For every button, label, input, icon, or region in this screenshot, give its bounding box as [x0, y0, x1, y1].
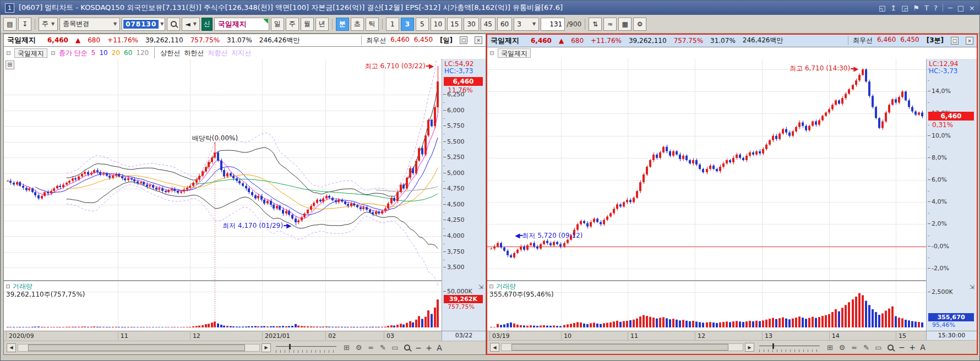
interval-10-button[interactable]: 10 — [431, 18, 445, 31]
interval-3-button[interactable]: 3 — [401, 18, 414, 31]
search-button[interactable] — [167, 18, 180, 31]
scroll-right-button[interactable]: ▶ — [262, 343, 271, 352]
text-tool-button[interactable]: A — [435, 343, 444, 352]
indicator-toggle-icon[interactable] — [51, 51, 55, 55]
period-month-button[interactable]: 월 — [301, 18, 314, 31]
drawing-tools-icon[interactable]: ✎ — [378, 343, 388, 353]
y-axis-tick: 4,250 — [447, 216, 465, 223]
settings-gear-icon[interactable]: ⚙ — [837, 342, 847, 352]
minimize-button[interactable]: ─ — [948, 4, 952, 12]
popout-icon[interactable]: ◱ — [879, 4, 885, 12]
mode-tick-button[interactable]: 틱 — [366, 18, 379, 31]
indicator-toggle-icon[interactable] — [490, 51, 494, 55]
pin-icon[interactable]: ⚑ — [913, 4, 919, 12]
series-chip[interactable]: 국일제지 — [498, 48, 531, 58]
volume-toggle-icon[interactable] — [6, 285, 10, 288]
candle-adjust-icon[interactable]: ⇅ — [589, 18, 602, 31]
interval-60-button[interactable]: 60 — [497, 18, 512, 31]
zoom-out-button[interactable]: − — [897, 343, 906, 352]
price-axis[interactable]: LC:54,92 HC:-3,73 ⇲ 6,2506,0005,7505,500… — [442, 59, 486, 331]
unit-select[interactable]: 주▼ — [39, 18, 58, 31]
expand-volume-icon[interactable]: ⇲ — [970, 283, 974, 291]
compare-box-icon[interactable]: ▭ — [873, 342, 884, 352]
zoom-out-button[interactable]: − — [414, 343, 423, 352]
line-adjust-icon[interactable]: ≈ — [603, 18, 617, 31]
zoom-slider[interactable] — [276, 343, 336, 353]
turnover: 31.07% — [710, 37, 736, 45]
percent-axis[interactable]: LC:12,94 HC:-3,73 ⇲ 16,0%14,0%12,0%10,0%… — [926, 59, 977, 331]
mode-second-button[interactable]: 초 — [351, 18, 364, 31]
pane-close-button[interactable]: × — [966, 37, 973, 45]
mode-minute-button[interactable]: 분 — [336, 18, 349, 31]
scroll-left-button[interactable]: ◀ — [490, 343, 499, 352]
interval-45-button[interactable]: 45 — [481, 18, 496, 31]
change-percent: +11.76% — [591, 37, 622, 45]
period-year-button[interactable]: 년 — [315, 18, 329, 31]
interval-5-button[interactable]: 5 — [416, 18, 429, 31]
time-axis[interactable]: 2020/0911122021/010203 03/22 — [4, 331, 486, 341]
chart-settings-icon[interactable]: ⚙ — [633, 18, 646, 31]
pane-maximize-button[interactable]: □ — [951, 37, 959, 45]
zoom-slider-thumb[interactable] — [772, 343, 774, 349]
bar-count-input[interactable]: 131 — [541, 18, 565, 31]
compare-box-icon[interactable]: ▭ — [390, 343, 400, 353]
x-axis-label: 14 — [829, 332, 840, 340]
zoom-tool-icon[interactable] — [402, 343, 412, 353]
stock-change-select[interactable]: 종목변경▼ — [59, 18, 120, 31]
axis-corner-time: 15:30:00 — [926, 331, 977, 340]
scroll-right-button[interactable]: ▶ — [745, 343, 754, 352]
panel-header[interactable]: 국일제지 6,460 ▲ 680 +11.76% 39,262,110 757.… — [4, 34, 486, 47]
text-size-icon[interactable]: T — [924, 4, 929, 12]
series-chip[interactable]: 국일제지 — [14, 48, 47, 58]
zoom-slider-thumb[interactable] — [289, 344, 291, 349]
interval-15-button[interactable]: 15 — [447, 18, 462, 31]
pane-maximize-button[interactable]: □ — [460, 36, 467, 44]
maximize-button[interactable]: □ — [957, 4, 964, 12]
indicator-settings-icon[interactable]: ≈ — [366, 343, 376, 353]
zoom-slider[interactable] — [759, 342, 820, 352]
scrollbar-thumb[interactable] — [28, 344, 245, 351]
stock-code-input[interactable]: 078130▼ — [122, 18, 165, 31]
scrollbar-track[interactable] — [18, 344, 260, 352]
zoom-in-button[interactable]: + — [908, 343, 917, 352]
lower-band-label: 하한선 — [184, 48, 204, 58]
help-icon[interactable]: ? — [934, 4, 938, 12]
y-axis-minor-tick — [928, 213, 929, 214]
data-grid-button[interactable]: ⊞ — [6, 61, 14, 69]
zoom-in-button[interactable]: + — [424, 343, 433, 352]
layout-grid-icon[interactable]: ⊞ — [825, 342, 835, 352]
stock-name-display[interactable]: 국일제지 — [214, 18, 269, 31]
save-chart-icon[interactable]: ▦ — [618, 18, 631, 31]
pin-top-icon[interactable]: ↥ — [890, 4, 896, 12]
duplicate-window-icon[interactable]: ◲ — [901, 4, 908, 12]
layout-icon[interactable]: ▤ — [3, 18, 17, 31]
scrollbar-track[interactable] — [501, 343, 743, 351]
scroll-left-button[interactable]: ◀ — [7, 343, 16, 352]
volume-toggle-icon[interactable] — [489, 285, 493, 288]
current-volume-percent: 757,75% — [448, 303, 475, 310]
interval-1-button[interactable]: 1 — [386, 18, 399, 31]
y-axis-minor-tick — [443, 134, 445, 134]
layout-grid-icon[interactable]: ⊞ — [341, 343, 352, 353]
period-day-button[interactable]: 일 — [271, 18, 284, 31]
pane-close-button[interactable]: × — [475, 36, 482, 44]
chart-annotation: ◀━최저 5,720 (09:12) — [515, 231, 582, 240]
voice-button[interactable]: ◄▼ — [182, 18, 199, 31]
indicator-toggle-icon[interactable] — [7, 51, 10, 55]
load-chart-icon[interactable]: ↧ — [18, 18, 31, 31]
scrollbar-thumb[interactable] — [511, 344, 728, 351]
time-axis[interactable]: 03/19101112131415 15:30:00 — [487, 331, 977, 340]
period-week-button[interactable]: 주 — [286, 18, 299, 31]
text-tool-button[interactable]: A — [918, 343, 927, 352]
interval-combo[interactable]: 3▼ — [514, 18, 539, 31]
drawing-tools-icon[interactable]: ✎ — [861, 342, 872, 352]
titlebar[interactable]: 1 [0607] 멀티차트 - KOSDAQ150 외국인보유[7,131(천)… — [1, 1, 979, 15]
expand-volume-icon[interactable]: ⇲ — [478, 283, 483, 291]
panel-header[interactable]: 국일제지 6,460 ▲ 680 +11.76% 39,262,110 757.… — [487, 35, 977, 47]
close-button[interactable]: × — [969, 4, 975, 12]
interval-30-button[interactable]: 30 — [464, 18, 478, 31]
zoom-tool-icon[interactable] — [885, 342, 896, 352]
daily-chart-panel: 국일제지 6,460 ▲ 680 +11.76% 39,262,110 757.… — [3, 34, 486, 355]
settings-gear-icon[interactable]: ⚙ — [353, 343, 364, 353]
indicator-settings-icon[interactable]: ≈ — [849, 342, 859, 352]
